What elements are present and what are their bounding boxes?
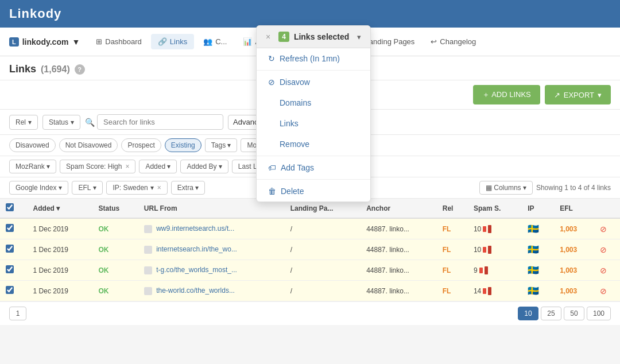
ip-sweden-label: IP: Sweden (113, 184, 148, 192)
mozrank-label: MozRank ▾ (16, 162, 50, 171)
disavow-option[interactable]: ⊘ Disavow (257, 72, 370, 92)
ip-sweden-close[interactable]: × (157, 184, 161, 192)
filter-prospect[interactable]: Prospect (121, 138, 161, 152)
nav-competitors[interactable]: 👥 C... (196, 34, 234, 49)
row-checkbox-cell[interactable] (0, 218, 28, 239)
row-rel: FL (437, 281, 468, 301)
row-rel: FL (437, 218, 468, 239)
added-by-filter[interactable]: Added By ▾ (180, 160, 228, 173)
row-checkbox[interactable] (6, 286, 14, 294)
row-url-link[interactable]: ww9.internetsearch.us/t... (156, 224, 234, 233)
extra-filter[interactable]: Extra ▾ (171, 181, 205, 195)
export-button[interactable]: ↗ EXPORT ▾ (545, 85, 611, 104)
row-rel: FL (437, 239, 468, 260)
site-selector[interactable]: L linkody.com ▼ (9, 37, 80, 47)
added-label: Added ▾ (145, 162, 170, 171)
dropdown-chevron-icon[interactable]: ▾ (357, 33, 361, 41)
rel-filter[interactable]: Rel ▾ (9, 115, 38, 130)
delete-option[interactable]: 🗑 Delete (257, 181, 370, 202)
domains-label: Domains (280, 98, 311, 107)
site-chevron: ▼ (72, 37, 80, 47)
page-1-button[interactable]: 1 (9, 307, 26, 320)
page-count: (1,694) (41, 64, 70, 75)
domains-option[interactable]: Domains (257, 92, 370, 113)
row-checkbox-cell[interactable] (0, 260, 28, 281)
tags-dropdown[interactable]: Tags ▾ (205, 138, 238, 152)
search-icon: 🔍 (85, 118, 95, 127)
row-status: OK (92, 281, 138, 301)
efl-filter[interactable]: EFL ▾ (72, 181, 103, 195)
add-tags-option[interactable]: 🏷 Add Tags (257, 157, 370, 178)
row-disavow-action[interactable]: ⊘ (594, 281, 620, 301)
disavow-action-icon[interactable]: ⊘ (600, 224, 607, 234)
nav-changelog[interactable]: ↩ Changelog (424, 34, 483, 49)
row-url: the-world.co/the_worlds... (138, 281, 285, 301)
row-checkbox-cell[interactable] (0, 239, 28, 260)
anchor-header: Anchor (361, 199, 437, 218)
spam-bar-1 (483, 247, 486, 253)
status-chevron: ▾ (71, 118, 74, 126)
page-size-50[interactable]: 50 (564, 307, 584, 320)
added-header[interactable]: Added ▾ (28, 199, 93, 218)
columns-button[interactable]: ▦ Columns ▾ (479, 181, 533, 195)
refresh-option[interactable]: ↻ Refresh (In 1mn) (257, 48, 370, 69)
disavow-action-icon[interactable]: ⊘ (600, 286, 607, 296)
links-option[interactable]: Links (257, 113, 370, 134)
top-header: Linkody (0, 0, 620, 28)
nav-links[interactable]: 🔗 Links (151, 34, 194, 49)
rel-label: Rel (16, 118, 26, 126)
remove-option[interactable]: Remove (257, 134, 370, 154)
flag-icon: 🇸🇪 (528, 245, 539, 254)
search-input[interactable] (97, 114, 223, 130)
dropdown-close-icon[interactable]: × (266, 32, 270, 41)
row-status: OK (92, 260, 138, 281)
disavow-action-icon[interactable]: ⊘ (600, 266, 607, 275)
help-icon[interactable]: ? (75, 64, 85, 75)
filter-not-disavowed[interactable]: Not Disavowed (59, 138, 118, 152)
row-url-link[interactable]: internetsearch.in/the_wo... (156, 245, 237, 253)
row-checkbox[interactable] (6, 245, 14, 253)
ip-sweden-filter[interactable]: IP: Sweden ▾ × (106, 181, 167, 195)
row-landing: / (285, 281, 361, 301)
row-disavow-action[interactable]: ⊘ (594, 239, 620, 260)
row-url-link[interactable]: t-g.co/the_worlds_most_... (156, 266, 237, 274)
google-index-label: Google Index (16, 184, 56, 192)
google-index-filter[interactable]: Google Index ▾ (9, 181, 68, 195)
status-filter[interactable]: Status ▾ (42, 115, 80, 130)
add-links-button[interactable]: ＋ ADD LINKS (473, 85, 540, 104)
row-efl: 1,003 (554, 281, 594, 301)
dropdown-tab-header[interactable]: × 4 Links selected ▾ (257, 26, 370, 48)
spam-bar-1 (483, 288, 486, 294)
page-size-25[interactable]: 25 (541, 307, 561, 320)
spam-score-filter[interactable]: Spam Score: High × (60, 160, 135, 173)
logo: Linkody (9, 6, 61, 21)
links-selected-dropdown: × 4 Links selected ▾ ↻ Refresh (In 1mn) … (256, 25, 371, 202)
row-added: 1 Dec 2019 (28, 239, 93, 260)
row-disavow-action[interactable]: ⊘ (594, 260, 620, 281)
page-size-100[interactable]: 100 (587, 307, 611, 320)
page-size-10[interactable]: 10 (518, 307, 538, 320)
filter-existing[interactable]: Existing (165, 138, 202, 152)
mozrank-filter[interactable]: MozRank ▾ (9, 160, 56, 173)
spam-score-close[interactable]: × (125, 162, 129, 171)
row-added: 1 Dec 2019 (28, 260, 93, 281)
row-anchor: 44887. linko... (361, 281, 437, 301)
row-disavow-action[interactable]: ⊘ (594, 218, 620, 239)
row-checkbox[interactable] (6, 265, 14, 273)
row-checkbox[interactable] (6, 224, 14, 232)
select-all-header[interactable] (0, 199, 28, 218)
changelog-icon: ↩ (431, 37, 437, 46)
row-checkbox-cell[interactable] (0, 281, 28, 301)
link-icon: 🔗 (158, 37, 167, 46)
row-url-link[interactable]: the-world.co/the_worlds... (156, 286, 235, 295)
disavow-action-icon[interactable]: ⊘ (600, 245, 607, 254)
ip-chevron: ▾ (150, 184, 154, 192)
efl-chevron: ▾ (93, 184, 96, 192)
actions-header (594, 199, 620, 218)
added-filter[interactable]: Added ▾ (139, 160, 177, 173)
row-status: OK (92, 239, 138, 260)
spam-bar-2 (488, 287, 491, 295)
nav-dashboard[interactable]: ⊞ Dashboard (89, 34, 149, 49)
filter-disavowed[interactable]: Disavowed (9, 138, 56, 152)
google-index-chevron: ▾ (59, 184, 62, 192)
